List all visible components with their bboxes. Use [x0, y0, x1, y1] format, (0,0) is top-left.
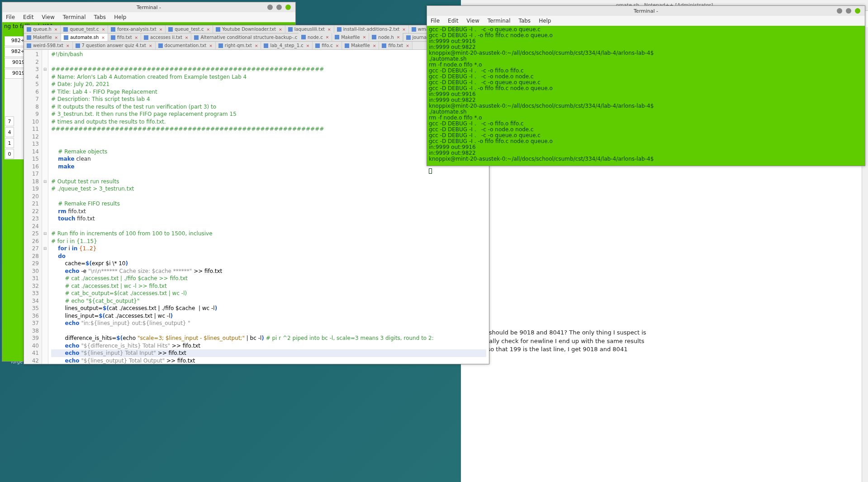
editor-tab[interactable]: right-qm.txt×: [216, 42, 261, 49]
editor-tab[interactable]: fifo.txt×: [379, 42, 412, 49]
close-tab-icon[interactable]: ×: [135, 35, 138, 40]
code-line[interactable]: cache=$(expr $i \* 10): [51, 260, 486, 267]
calc-key-7[interactable]: 7: [5, 116, 14, 126]
code-line[interactable]: for i in {1..2}: [51, 245, 486, 253]
editor-tab[interactable]: Makefile×: [332, 33, 369, 41]
minimize-icon[interactable]: [837, 8, 842, 14]
editor-tab[interactable]: lab_4_step_1.c×: [261, 42, 313, 49]
menu-edit[interactable]: Edit: [448, 18, 458, 24]
code-line[interactable]: [51, 133, 486, 141]
menu-help[interactable]: Help: [114, 14, 126, 20]
code-line[interactable]: [51, 170, 486, 178]
close-tab-icon[interactable]: ×: [327, 27, 331, 32]
code-line[interactable]: do: [51, 253, 486, 260]
code-line[interactable]: lines_output=$(cat ./accesses.txt | ./fi…: [51, 305, 486, 312]
code-line[interactable]: difference_is_hits=$(echo "scale=3; $lin…: [51, 334, 486, 342]
code-line[interactable]: # ./queue_test > 3_testrun.txt: [51, 185, 486, 193]
code-line[interactable]: [51, 223, 486, 230]
close-tab-icon[interactable]: ×: [66, 43, 70, 48]
code-line[interactable]: lines_input=$(cat ./accesses.txt | wc -l…: [51, 312, 486, 320]
terminal2-body[interactable]: gcc -D DEBUG -I . -c -o queue.o queue.c …: [427, 26, 865, 166]
editor-tab[interactable]: weird-598.txt×: [24, 42, 73, 49]
code-line[interactable]: # Remake objects: [51, 148, 486, 156]
code-line[interactable]: # Run fifo in increments of 100 from 100…: [51, 230, 486, 238]
close-tab-icon[interactable]: ×: [279, 27, 282, 32]
close-tab-icon[interactable]: ×: [336, 43, 339, 48]
code-line[interactable]: make: [51, 163, 486, 171]
code-line[interactable]: make clean: [51, 155, 486, 163]
editor-tab[interactable]: 7 question answer quiz 4.txt×: [73, 42, 156, 49]
close-tab-icon[interactable]: ×: [102, 27, 105, 32]
close-tab-icon[interactable]: ×: [209, 43, 213, 48]
code-line[interactable]: # for i in {1..15}: [51, 238, 486, 245]
menu-help[interactable]: Help: [539, 18, 551, 24]
close-tab-icon[interactable]: ×: [406, 43, 409, 48]
editor-tab[interactable]: automate.sh×: [61, 33, 108, 41]
editor-tab[interactable]: fifo.txt×: [108, 33, 141, 41]
close-tab-icon[interactable]: ×: [397, 35, 400, 39]
editor-tab[interactable]: queue_test.c×: [61, 25, 108, 33]
calc-key-0[interactable]: 0: [5, 149, 14, 159]
code-line[interactable]: # Remake FIFO results: [51, 200, 486, 208]
editor-tab[interactable]: node.c×: [299, 33, 332, 41]
close-tab-icon[interactable]: ×: [101, 35, 105, 40]
menu-view[interactable]: View: [466, 18, 479, 24]
close-tab-icon[interactable]: ×: [206, 27, 210, 32]
close-tab-icon[interactable]: ×: [363, 35, 366, 39]
close-tab-icon[interactable]: ×: [159, 27, 163, 32]
code-line[interactable]: rm fifo.txt: [51, 208, 486, 215]
editor-tab[interactable]: accesses ii.txt×: [141, 33, 191, 41]
close-tab-icon[interactable]: ×: [306, 43, 310, 48]
code-line[interactable]: # Description: This script tests lab 4: [51, 95, 486, 103]
code-line[interactable]: # It outputs the results of the test run…: [51, 103, 486, 111]
menu-file[interactable]: File: [6, 14, 15, 20]
menu-view[interactable]: View: [42, 14, 54, 20]
code-line[interactable]: ########################################…: [51, 125, 486, 133]
menu-terminal[interactable]: Terminal: [63, 14, 86, 20]
editor-tab[interactable]: Youtube Downloader.txt×: [213, 25, 285, 33]
code-line[interactable]: touch fifo.txt: [51, 215, 486, 223]
code-line[interactable]: # Name: Arlon's Lab 4 Automation created…: [51, 73, 486, 81]
editor-tab[interactable]: laqueuslili.txt×: [285, 25, 334, 33]
menu-edit[interactable]: Edit: [23, 14, 33, 20]
editor-tab[interactable]: node.h×: [369, 33, 403, 41]
close-tab-icon[interactable]: ×: [373, 43, 376, 48]
code-line[interactable]: echo "${difference_is_hits} Total Hits" …: [51, 342, 486, 350]
code-line[interactable]: # cat_bc_output=$(cat ./accesses.txt | w…: [51, 290, 486, 297]
code-line[interactable]: [51, 140, 486, 148]
editor-tab[interactable]: Makefile×: [342, 42, 379, 49]
code-line[interactable]: echo "in:${lines_input} out:${lines_outp…: [51, 320, 486, 327]
calc-key-1[interactable]: 1: [5, 138, 14, 148]
code-line[interactable]: #!/bin/bash: [51, 51, 486, 58]
notepadpp-content[interactable]: al Faults should be 9018 and 8041? The o…: [461, 327, 854, 355]
close-tab-icon[interactable]: ×: [255, 43, 258, 48]
terminal2-titlebar[interactable]: Terminal -: [427, 6, 865, 16]
minimize-icon[interactable]: [267, 5, 273, 10]
editor-tab[interactable]: Makefile×: [24, 33, 61, 41]
close-tab-icon[interactable]: ×: [55, 35, 58, 40]
code-line[interactable]: [51, 58, 486, 66]
code-line[interactable]: echo "${lines_output} Total Output" >> f…: [51, 357, 486, 364]
code-line[interactable]: echo -e "\n\n****** Cache size: $cache *…: [51, 267, 486, 275]
menu-tabs[interactable]: Tabs: [94, 14, 106, 20]
code-line[interactable]: ########################################…: [51, 66, 486, 73]
code-line[interactable]: echo "${lines_input} Total Input" >> fif…: [51, 349, 486, 357]
editor-tab[interactable]: fifo.c×: [313, 42, 342, 49]
editor-tab[interactable]: queue_test.c×: [166, 25, 213, 33]
code-line[interactable]: # 3_testrun.txt. It then runs the FIFO p…: [51, 110, 486, 118]
menu-terminal[interactable]: Terminal: [488, 18, 511, 24]
close-tab-icon[interactable]: ×: [54, 27, 58, 32]
code-line[interactable]: # cat ./accesses.txt | ./fifo $cache >> …: [51, 275, 486, 282]
code-line[interactable]: [51, 327, 486, 335]
calc-key-4[interactable]: 4: [5, 127, 14, 137]
maximize-icon[interactable]: [846, 8, 851, 14]
code-line[interactable]: # cat ./accesses.txt | wc -l >> fifo.txt: [51, 282, 486, 290]
editor-tab[interactable]: install-list-additions-2.txt×: [334, 25, 409, 33]
code-line[interactable]: # Output test run results: [51, 178, 486, 186]
close-icon[interactable]: [855, 8, 860, 14]
editor-tab[interactable]: queue.h×: [24, 25, 61, 33]
code-line[interactable]: # Date: July 20, 2021: [51, 81, 486, 88]
code-line[interactable]: # Title: Lab 4 - FIFO Page Replacement: [51, 88, 486, 96]
close-icon[interactable]: [285, 5, 291, 10]
close-tab-icon[interactable]: ×: [149, 43, 152, 48]
